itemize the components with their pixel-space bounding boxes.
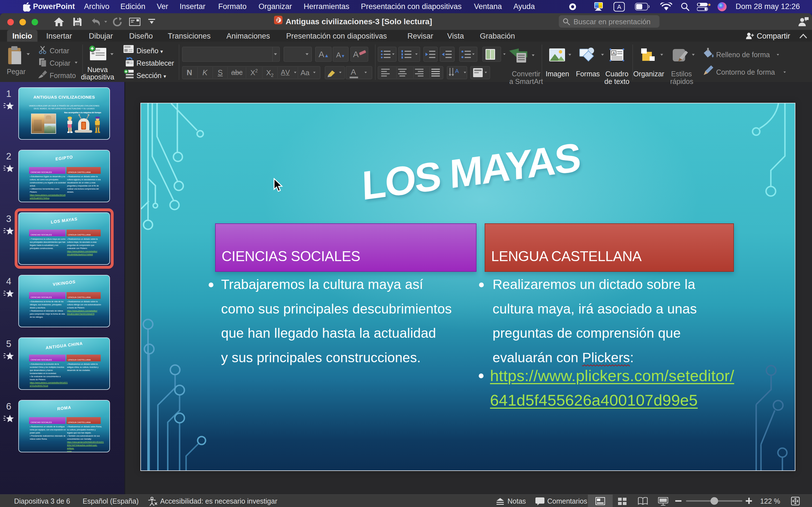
svg-text:P: P bbox=[276, 18, 278, 22]
svg-text:A: A bbox=[455, 68, 459, 74]
svg-text:A: A bbox=[617, 3, 621, 10]
svg-text:A: A bbox=[612, 51, 615, 55]
